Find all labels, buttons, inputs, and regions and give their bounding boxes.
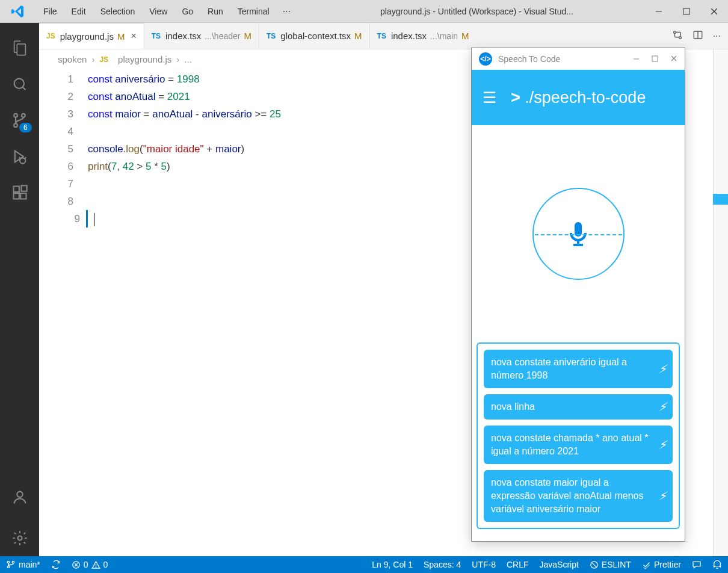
status-eslint[interactable]: ESLINT bbox=[590, 560, 631, 569]
svg-rect-33 bbox=[652, 56, 658, 61]
tab-global-context[interactable]: TS global-context.tsx M bbox=[259, 23, 370, 49]
code-line[interactable] bbox=[94, 210, 95, 228]
chevron-right-icon: > bbox=[511, 88, 525, 107]
status-prettier[interactable]: Prettier bbox=[642, 560, 681, 569]
chevron-right-icon: › bbox=[91, 54, 94, 64]
minimize-button[interactable] bbox=[633, 54, 640, 64]
activity-run-debug[interactable] bbox=[0, 138, 39, 175]
code-line[interactable]: print(7, 42 > 5 * 5) bbox=[88, 158, 170, 175]
speech-header: ☰ > ./speech-to-code bbox=[472, 70, 685, 125]
svg-point-6 bbox=[21, 114, 25, 117]
menu-run[interactable]: Run bbox=[200, 7, 230, 16]
breadcrumb-root[interactable]: spoken bbox=[58, 54, 87, 64]
status-language[interactable]: JavaScript bbox=[540, 560, 579, 569]
status-branch[interactable]: main* bbox=[6, 560, 40, 569]
code-line[interactable]: const anoAtual = 2021 bbox=[88, 88, 190, 105]
speech-main bbox=[472, 125, 685, 342]
tab-index-header[interactable]: TS index.tsx ...\header M bbox=[144, 23, 259, 49]
command-text: nova constate aniverário igual a número … bbox=[491, 357, 627, 380]
status-eol[interactable]: CRLF bbox=[507, 560, 529, 569]
status-line-col[interactable]: Ln 9, Col 1 bbox=[372, 560, 413, 569]
speech-command-history[interactable]: nova constate aniverário igual a número … bbox=[477, 342, 680, 529]
menu-edit[interactable]: Edit bbox=[64, 7, 93, 16]
speech-header-title: > ./speech-to-code bbox=[511, 88, 646, 107]
menu-file[interactable]: File bbox=[36, 7, 64, 16]
activity-bar: 6 bbox=[0, 23, 39, 556]
command-item[interactable]: nova constate aniverário igual a número … bbox=[484, 350, 673, 388]
svg-point-22 bbox=[7, 561, 9, 563]
modified-indicator: M bbox=[461, 31, 469, 41]
compare-icon[interactable] bbox=[672, 29, 683, 43]
svg-point-8 bbox=[14, 123, 17, 127]
line-number: 8 bbox=[58, 193, 88, 210]
tab-label: playground.js bbox=[60, 31, 114, 42]
menu-selection[interactable]: Selection bbox=[93, 7, 143, 16]
status-sync[interactable] bbox=[51, 560, 61, 569]
menu-view[interactable]: View bbox=[142, 7, 174, 16]
maximize-button[interactable] bbox=[673, 0, 700, 23]
svg-point-19 bbox=[679, 36, 681, 39]
svg-point-24 bbox=[7, 566, 9, 568]
close-button[interactable] bbox=[700, 0, 728, 23]
text-cursor bbox=[94, 213, 95, 226]
breadcrumb-more[interactable]: ... bbox=[184, 54, 192, 64]
activity-settings[interactable] bbox=[0, 520, 39, 556]
command-item[interactable]: nova constate maior igual a expressão va… bbox=[484, 470, 673, 522]
minimize-button[interactable] bbox=[645, 0, 673, 23]
activity-explorer[interactable] bbox=[0, 30, 39, 66]
command-text: nova constate chamada * ano atual * igua… bbox=[491, 433, 649, 456]
svg-line-10 bbox=[19, 157, 20, 158]
svg-point-16 bbox=[17, 492, 22, 497]
modified-indicator: M bbox=[117, 31, 125, 42]
bolt-icon[interactable]: ⚡︎ bbox=[658, 438, 667, 451]
speech-titlebar[interactable]: </> Speech To Code bbox=[472, 48, 685, 70]
tab-label: global-context.tsx bbox=[280, 31, 351, 41]
minimap[interactable] bbox=[713, 49, 728, 556]
tab-bar: JS playground.js M × TS index.tsx ...\he… bbox=[0, 23, 728, 49]
split-editor-icon[interactable] bbox=[693, 29, 703, 43]
code-line[interactable]: const maior = anoAtual - aniversário >= … bbox=[88, 105, 281, 123]
line-number: 9 bbox=[58, 210, 88, 228]
tab-playground-js[interactable]: JS playground.js M × bbox=[39, 23, 144, 49]
activity-search[interactable] bbox=[0, 66, 39, 102]
activity-source-control[interactable]: 6 bbox=[0, 102, 39, 138]
window-controls bbox=[645, 0, 728, 23]
tab-index-main[interactable]: TS index.tsx ...\main M bbox=[370, 23, 477, 49]
close-icon[interactable]: × bbox=[131, 31, 136, 42]
menu-terminal[interactable]: Terminal bbox=[230, 7, 277, 16]
minimap-overview-marker bbox=[713, 194, 728, 205]
code-line[interactable]: const aniversário = 1998 bbox=[88, 70, 200, 88]
status-feedback[interactable] bbox=[692, 560, 702, 569]
command-item[interactable]: nova linha ⚡︎ bbox=[484, 394, 673, 420]
more-actions-icon[interactable]: ··· bbox=[713, 31, 721, 42]
svg-point-29 bbox=[96, 566, 96, 567]
breadcrumb-file[interactable]: playground.js bbox=[118, 54, 171, 64]
tab-actions: ··· bbox=[672, 23, 728, 49]
code-line[interactable]: console.log("maior idade" + maior) bbox=[88, 140, 244, 158]
js-file-icon: JS bbox=[46, 32, 55, 40]
bolt-icon[interactable]: ⚡︎ bbox=[658, 362, 667, 376]
status-bar: main* 0 0 Ln 9, Col 1 Spaces: 4 UTF-8 CR… bbox=[0, 556, 728, 573]
bolt-icon[interactable]: ⚡︎ bbox=[658, 489, 667, 503]
menu-go[interactable]: Go bbox=[174, 7, 200, 16]
activity-extensions[interactable] bbox=[0, 175, 39, 211]
status-notifications[interactable] bbox=[712, 560, 722, 569]
hamburger-icon[interactable]: ☰ bbox=[483, 88, 496, 107]
maximize-button[interactable] bbox=[652, 54, 658, 64]
microphone-button[interactable] bbox=[532, 188, 625, 280]
bolt-icon[interactable]: ⚡︎ bbox=[658, 400, 667, 413]
title-bar: File Edit Selection View Go Run Terminal… bbox=[0, 0, 728, 23]
tab-path: ...\main bbox=[430, 31, 458, 41]
command-item[interactable]: nova constate chamada * ano atual * igua… bbox=[484, 426, 673, 464]
svg-rect-14 bbox=[20, 193, 26, 199]
close-button[interactable] bbox=[670, 54, 677, 64]
command-text: nova constate maior igual a expressão va… bbox=[491, 477, 643, 514]
svg-rect-15 bbox=[21, 185, 26, 191]
status-problems[interactable]: 0 0 bbox=[72, 560, 108, 569]
menu-overflow-icon[interactable]: ··· bbox=[277, 6, 297, 17]
js-file-icon: JS bbox=[99, 55, 108, 64]
status-encoding[interactable]: UTF-8 bbox=[472, 560, 496, 569]
activity-account[interactable] bbox=[0, 479, 39, 515]
status-spaces[interactable]: Spaces: 4 bbox=[424, 560, 461, 569]
speech-logo-icon: </> bbox=[479, 52, 492, 66]
